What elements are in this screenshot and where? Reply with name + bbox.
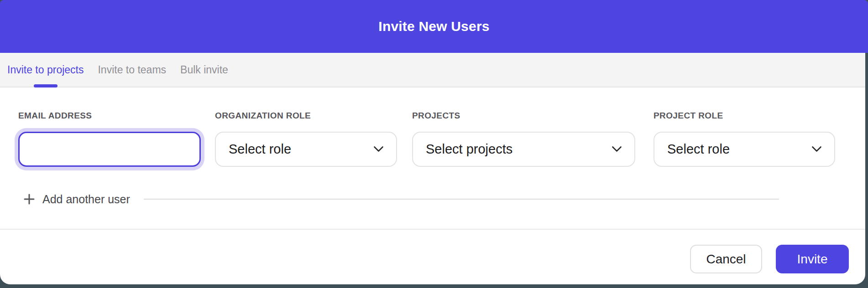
email-address-label: EMAIL ADDRESS [18, 111, 201, 121]
add-another-user-button[interactable]: Add another user [24, 193, 130, 206]
chevron-down-icon [811, 146, 822, 153]
add-user-row: Add another user [24, 191, 865, 207]
projects-field: PROJECTS Select projects [412, 111, 635, 167]
plus-icon [24, 194, 35, 205]
invite-button[interactable]: Invite [776, 245, 849, 273]
select-value: Select projects [426, 142, 512, 157]
select-value: Select role [667, 142, 730, 157]
tab-label: Invite to projects [7, 64, 84, 76]
tab-label: Bulk invite [180, 64, 228, 76]
modal-footer: Cancel Invite [0, 229, 865, 284]
page-backdrop: Invite New Users Invite to projects Invi… [0, 0, 868, 288]
chevron-down-icon [612, 146, 622, 153]
tab-invite-to-projects[interactable]: Invite to projects [7, 53, 84, 87]
invite-modal-body: Invite to projects Invite to teams Bulk … [0, 53, 865, 284]
projects-label: PROJECTS [412, 111, 635, 121]
organization-role-select[interactable]: Select role [215, 132, 397, 167]
chevron-down-icon [373, 146, 384, 153]
projects-select[interactable]: Select projects [412, 132, 635, 167]
tab-bulk-invite[interactable]: Bulk invite [180, 53, 228, 87]
project-role-field: PROJECT ROLE Select role [654, 111, 835, 167]
modal-header: Invite New Users [0, 0, 868, 53]
select-value: Select role [229, 142, 291, 157]
email-address-field: EMAIL ADDRESS [18, 111, 201, 167]
email-address-input[interactable] [18, 132, 201, 167]
organization-role-field: ORGANIZATION ROLE Select role [215, 111, 397, 167]
footer-buttons: Cancel Invite [690, 245, 849, 273]
cancel-button[interactable]: Cancel [690, 245, 762, 273]
tab-label: Invite to teams [98, 64, 166, 76]
organization-role-label: ORGANIZATION ROLE [215, 111, 397, 121]
tab-invite-to-teams[interactable]: Invite to teams [98, 53, 166, 87]
project-role-select[interactable]: Select role [654, 132, 835, 167]
add-another-user-label: Add another user [42, 193, 130, 206]
tab-bar: Invite to projects Invite to teams Bulk … [0, 53, 865, 87]
row-divider-line [144, 199, 779, 200]
active-tab-indicator [34, 84, 58, 87]
project-role-label: PROJECT ROLE [654, 111, 835, 121]
modal-title: Invite New Users [378, 19, 489, 34]
